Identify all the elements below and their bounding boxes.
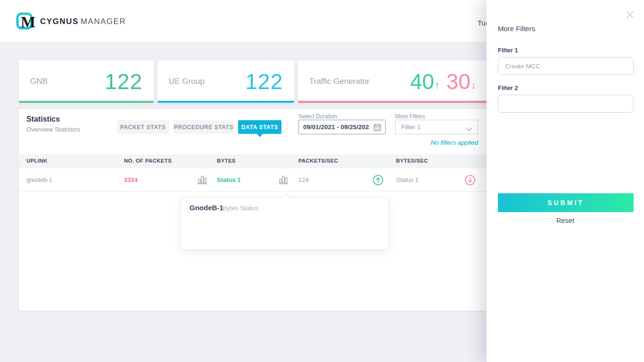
column-bytes: BYTES xyxy=(217,158,236,164)
brand-logo: M CYGNUSMANAGER xyxy=(16,11,126,32)
cell-no-of-packets: 3324 xyxy=(124,176,138,183)
panel-title: More Filters xyxy=(498,25,535,33)
card-accent-bar xyxy=(19,101,154,103)
date-range-input[interactable] xyxy=(299,123,370,131)
close-icon[interactable] xyxy=(626,11,634,21)
circle-arrow-down-icon[interactable] xyxy=(464,174,476,188)
select-duration-label: Select Duration xyxy=(298,113,337,120)
traffic-down-value: 30↓ xyxy=(446,69,476,94)
filter-dropdown[interactable]: Filter 1 xyxy=(395,120,478,134)
stat-card-value: 122 xyxy=(105,69,142,94)
filter1-label: Filter 1 xyxy=(498,47,518,54)
cell-packets-per-sec: 124 xyxy=(298,176,309,183)
traffic-values: 40↑ 30↓ xyxy=(410,69,476,94)
tab-packet-stats[interactable]: PACKET STATS xyxy=(117,120,169,134)
stat-card-label: Traffic Generator xyxy=(309,77,370,86)
chevron-down-icon xyxy=(466,126,472,133)
tab-data-stats[interactable]: DATA STATS xyxy=(238,120,281,134)
stat-card-label: UE Group xyxy=(169,77,205,86)
filter2-label: Filter 2 xyxy=(498,84,518,91)
cygnus-logo-icon: M xyxy=(16,11,36,32)
submit-button[interactable]: SUBMIT xyxy=(498,193,634,212)
brand-name-light: MANAGER xyxy=(81,17,126,26)
filter2-input[interactable] xyxy=(498,95,634,113)
card-accent-bar xyxy=(298,101,487,103)
date-range-picker[interactable] xyxy=(298,120,386,134)
reset-button[interactable]: Reset xyxy=(487,217,644,224)
brand-name-bold: CYGNUS xyxy=(40,17,79,26)
svg-text:M: M xyxy=(21,14,35,31)
header-date: Tue xyxy=(478,19,487,27)
stat-card-ue-group[interactable]: UE Group 122 xyxy=(157,60,294,103)
filter-dropdown-value: Filter 1 xyxy=(401,123,421,131)
filter1-input[interactable] xyxy=(498,57,634,75)
more-filters-label: More Filters xyxy=(395,113,425,120)
bar-chart-icon[interactable] xyxy=(197,174,207,187)
column-uplink: UPLINK xyxy=(26,158,48,164)
popover-subtitle: Bytes Status xyxy=(223,205,258,212)
tab-procedure-stats[interactable]: PROCEDURE STATS xyxy=(173,120,234,134)
arrow-down-icon: ↓ xyxy=(471,79,476,91)
column-packets-per-sec: PACKETS/SEC xyxy=(298,158,338,164)
stat-card-value: 122 xyxy=(245,69,283,94)
traffic-up-value: 40↑ xyxy=(410,69,440,94)
no-filters-note: No filters applied xyxy=(395,139,478,146)
cell-bytes-per-sec-status: Status 1 xyxy=(396,176,419,183)
stat-card-gnb[interactable]: GNB 122 xyxy=(19,60,154,103)
arrow-up-icon: ↑ xyxy=(435,79,440,91)
brand-name: CYGNUSMANAGER xyxy=(40,17,126,26)
statistics-subtitle: Overview Statistics xyxy=(26,126,80,133)
column-no-of-packets: NO. OF PACKETS xyxy=(124,158,172,164)
cell-bytes-status: Status 1 xyxy=(217,176,241,183)
statistics-title: Statistics xyxy=(26,115,60,123)
card-accent-bar xyxy=(157,101,294,103)
stat-card-label: GNB xyxy=(30,77,48,86)
bar-chart-icon[interactable] xyxy=(278,174,289,187)
popover-title: GnodeB-1 xyxy=(190,204,223,212)
stat-card-traffic-generator[interactable]: Traffic Generator 40↑ 30↓ xyxy=(298,60,487,103)
circle-arrow-up-icon[interactable] xyxy=(372,174,384,188)
chart-popover: GnodeB-1 Bytes Status xyxy=(181,197,389,249)
column-bytes-per-sec: BYTES/SEC xyxy=(396,158,428,164)
more-filters-panel: More Filters Filter 1 Filter 2 SUBMIT Re… xyxy=(487,0,644,362)
calendar-icon[interactable] xyxy=(373,123,382,134)
cell-uplink: gnodeb-1 xyxy=(26,176,52,183)
